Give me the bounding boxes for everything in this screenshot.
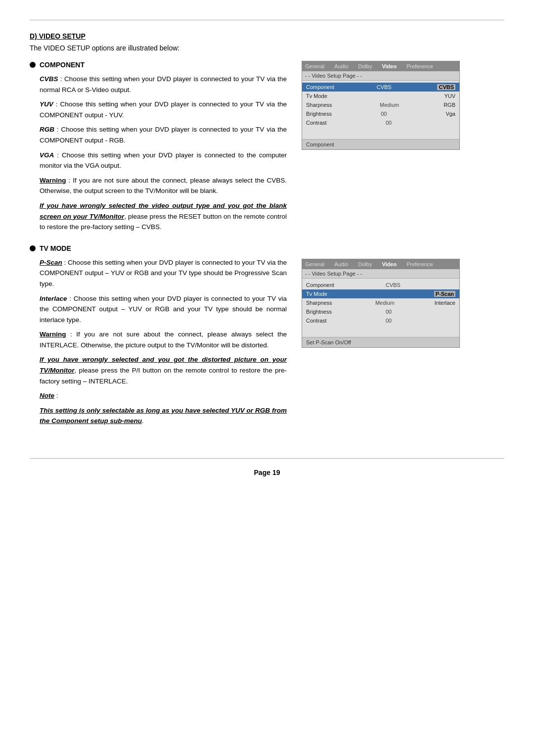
menu1-label-contrast: Contrast xyxy=(306,120,346,126)
left-column: COMPONENT CVBS : Choose this setting whe… xyxy=(30,61,287,438)
menu2-row-tvmode: Tv Mode P-Scan xyxy=(302,289,459,298)
menu1-row-brightness: Brightness 00 Vga xyxy=(302,109,459,118)
menu2-footer: Set P-Scan On/Off xyxy=(302,337,459,347)
menu2-tab-video: Video xyxy=(382,261,397,267)
note-content: This setting is only selectable as long … xyxy=(40,405,287,426)
yuv-paragraph: YUV : Choose this setting when your DVD … xyxy=(40,99,287,120)
menu1-tab-video: Video xyxy=(382,63,397,69)
menu2-tab-audio: Audio xyxy=(334,261,348,267)
reset-paragraph: If you have wrongly selected the video o… xyxy=(40,200,287,233)
cvbs-text: : Choose this setting when your DVD play… xyxy=(40,75,287,94)
menu-screenshot-1: General Audio Dolby Video Preference - -… xyxy=(302,61,460,150)
pscan-paragraph: P-Scan : Choose this setting when your D… xyxy=(40,257,287,289)
warning1-label: Warning xyxy=(40,177,66,184)
menu2-value-sharpness: Medium xyxy=(375,300,405,306)
menu2-tab-general: General xyxy=(305,261,324,267)
menu1-label-tvmode: Tv Mode xyxy=(306,93,346,99)
menu1-option-vga: Vga xyxy=(445,111,455,117)
menu2-option-interlace: Interlace xyxy=(435,300,455,306)
menu2-subtitle: - - Video Setup Page - - xyxy=(302,269,459,279)
menu2-label-sharpness: Sharpness xyxy=(306,300,346,306)
pscan-text: : Choose this setting when your DVD play… xyxy=(40,259,287,287)
menu2-value-brightness: 00 xyxy=(386,309,415,315)
interlace-term: Interlace xyxy=(40,295,67,302)
vga-paragraph: VGA : Choose this setting when your DVD … xyxy=(40,150,287,171)
bullet-dot-tvmode xyxy=(30,245,36,251)
page-number-section: Page 19 xyxy=(30,469,504,476)
menu2-body: Component CVBS Tv Mode P-Scan Sharpness … xyxy=(302,279,459,337)
menu1-tab-dolby: Dolby xyxy=(358,63,372,69)
menu1-subtitle: - - Video Setup Page - - xyxy=(302,71,459,81)
pscan-term: P-Scan xyxy=(40,259,62,266)
top-divider xyxy=(30,20,504,20)
pi-continuation: , please press the P/I button on the rem… xyxy=(40,367,287,385)
menu1-label-component: Component xyxy=(306,84,346,90)
menu1-value-brightness: 00 xyxy=(381,111,410,117)
yuv-term: YUV xyxy=(40,100,53,108)
bullet-dot-component xyxy=(30,62,36,68)
menu2-row-component: Component CVBS xyxy=(302,281,459,289)
menu1-body: Component CVBS CVBS Tv Mode YUV Sharpnes… xyxy=(302,81,459,139)
rgb-term: RGB xyxy=(40,126,54,133)
interlace-text: : Choose this setting when your DVD play… xyxy=(40,295,287,324)
component-title: COMPONENT xyxy=(40,61,85,69)
menu2-row-sharpness: Sharpness Medium Interlace xyxy=(302,298,459,307)
menu1-tab-general: General xyxy=(305,63,324,69)
vga-text: : Choose this setting when your DVD play… xyxy=(40,151,287,170)
note-end: . xyxy=(142,417,144,425)
main-content: COMPONENT CVBS : Choose this setting whe… xyxy=(30,61,504,438)
menu1-option-cvbs: CVBS xyxy=(437,84,455,90)
menu1-row-component: Component CVBS CVBS xyxy=(302,83,459,92)
warning2-paragraph: Warning : If you are not sure about the … xyxy=(40,329,287,350)
cvbs-term: CVBS xyxy=(40,75,58,83)
component-header: COMPONENT xyxy=(30,61,287,69)
note-text: This setting is only selectable as long … xyxy=(40,407,287,425)
menu2-label-brightness: Brightness xyxy=(306,309,346,315)
bottom-divider xyxy=(30,458,504,459)
menu2-value-component: CVBS xyxy=(386,282,415,288)
section-title: D) VIDEO SETUP xyxy=(30,32,504,40)
menu1-row-sharpness: Sharpness Medium RGB xyxy=(302,100,459,109)
menu1-spacer xyxy=(302,127,459,137)
menu2-header-row: General Audio Dolby Video Preference xyxy=(302,259,459,269)
component-section: COMPONENT CVBS : Choose this setting whe… xyxy=(30,61,287,233)
page-number: Page 19 xyxy=(254,469,280,476)
menu1-label-brightness: Brightness xyxy=(306,111,346,117)
warning2-label: Warning xyxy=(40,331,66,338)
menu1-value-contrast: 00 xyxy=(386,120,415,126)
note-colon: : xyxy=(54,392,58,399)
menu2-label-tvmode: Tv Mode xyxy=(306,291,346,297)
note-label: Note xyxy=(40,392,54,399)
tvmode-section: TV MODE P-Scan : Choose this setting whe… xyxy=(30,244,287,426)
tvmode-title: TV MODE xyxy=(40,244,71,252)
menu1-header-row: General Audio Dolby Video Preference xyxy=(302,61,459,71)
menu2-option-pscan: P-Scan xyxy=(434,291,455,297)
interlace-paragraph: Interlace : Choose this setting when you… xyxy=(40,293,287,326)
cvbs-paragraph: CVBS : Choose this setting when your DVD… xyxy=(40,74,287,95)
menu2-row-brightness: Brightness 00 xyxy=(302,307,459,316)
pi-paragraph: If you have wrongly selected and you got… xyxy=(40,354,287,386)
intro-text: The VIDEO SETUP options are illustrated … xyxy=(30,44,504,52)
menu1-value-sharpness: Medium xyxy=(380,102,409,108)
menu2-row-contrast: Contrast 00 xyxy=(302,316,459,325)
note-paragraph: Note : xyxy=(40,390,287,401)
menu1-option-yuv: YUV xyxy=(444,93,455,99)
rgb-paragraph: RGB : Choose this setting when your DVD … xyxy=(40,124,287,145)
menu-screenshot-2: General Audio Dolby Video Preference - -… xyxy=(302,259,460,348)
menu2-value-contrast: 00 xyxy=(386,318,415,324)
warning1-text: : If you are not sure about the connect,… xyxy=(40,177,287,195)
warning1-paragraph: Warning : If you are not sure about the … xyxy=(40,175,287,196)
menu2-spacer xyxy=(302,325,459,335)
right-column: General Audio Dolby Video Preference - -… xyxy=(302,61,470,438)
menu1-row-contrast: Contrast 00 xyxy=(302,118,459,127)
menu1-label-sharpness: Sharpness xyxy=(306,102,346,108)
rgb-text: : Choose this setting when your DVD play… xyxy=(40,126,287,144)
component-content: CVBS : Choose this setting when your DVD… xyxy=(30,74,287,233)
menu1-footer: Component xyxy=(302,139,459,149)
warning2-text: : If you are not sure about the connect,… xyxy=(40,331,287,349)
menu1-row-tvmode: Tv Mode YUV xyxy=(302,92,459,100)
menu2-tab-preference: Preference xyxy=(406,261,433,267)
menu2-label-component: Component xyxy=(306,282,346,288)
page-container: D) VIDEO SETUP The VIDEO SETUP options a… xyxy=(0,0,534,756)
menu1-tab-preference: Preference xyxy=(406,63,433,69)
